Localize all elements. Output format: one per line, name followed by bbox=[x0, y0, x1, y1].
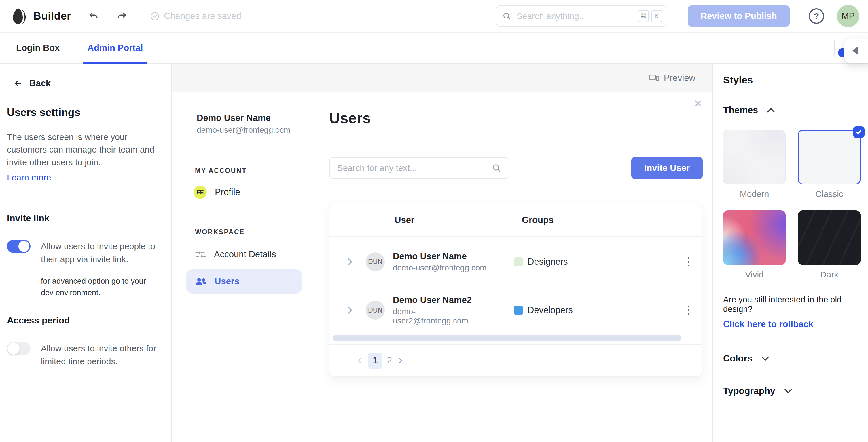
settings-sidebar: Back Users settings The users screen is … bbox=[0, 64, 172, 442]
admin-portal-preview: × Demo User Name demo-user@frontegg.com … bbox=[172, 92, 712, 442]
theme-label-modern: Modern bbox=[723, 189, 786, 199]
user-avatar[interactable]: MP bbox=[837, 5, 859, 27]
undo-button[interactable] bbox=[88, 10, 99, 22]
theme-option-modern[interactable] bbox=[723, 130, 786, 184]
table-header: User Groups bbox=[330, 204, 702, 237]
groups-cell: Designers bbox=[514, 257, 568, 267]
main-layout: Back Users settings The users screen is … bbox=[0, 64, 868, 442]
global-search[interactable]: ⌘ K bbox=[496, 5, 667, 27]
access-period-toggle[interactable] bbox=[7, 342, 31, 355]
user-email: demo-user2@frontegg.com bbox=[393, 307, 491, 326]
theme-option-dark[interactable] bbox=[798, 210, 861, 265]
chevron-down-icon bbox=[784, 388, 793, 394]
horizontal-scrollbar[interactable] bbox=[333, 335, 681, 341]
save-status-text: Changes are saved bbox=[164, 11, 241, 21]
styles-panel: Styles Themes Modern Classic Vivid bbox=[712, 64, 868, 442]
table-pagination: 1 2 bbox=[330, 344, 702, 376]
table-row[interactable]: DUN Demo User Name2 demo-user2@frontegg.… bbox=[330, 287, 702, 333]
rollback-question: Are you still interested in the old desi… bbox=[723, 295, 860, 314]
review-to-publish-button[interactable]: Review to Publish bbox=[688, 5, 790, 27]
toggle-knob bbox=[19, 241, 29, 252]
users-search[interactable] bbox=[329, 157, 508, 179]
close-icon[interactable]: × bbox=[694, 97, 702, 110]
invite-link-title: Invite link bbox=[7, 213, 164, 224]
group-name: Designers bbox=[528, 257, 568, 267]
chevron-left-icon bbox=[852, 46, 858, 55]
expand-row-icon[interactable] bbox=[346, 306, 354, 314]
users-search-input[interactable] bbox=[337, 163, 492, 173]
theme-option-vivid[interactable] bbox=[723, 210, 786, 265]
invite-link-note: for advanced option go to your dev envir… bbox=[41, 275, 156, 298]
my-account-section-label: MY ACCOUNT bbox=[195, 167, 302, 175]
nav-item-account-details[interactable]: Account Details bbox=[195, 249, 302, 260]
settings-description: The users screen is where your customers… bbox=[7, 131, 155, 169]
next-page-icon[interactable] bbox=[394, 357, 406, 364]
check-circle-icon bbox=[150, 11, 160, 21]
styles-title: Styles bbox=[723, 74, 860, 86]
back-button[interactable]: Back bbox=[13, 78, 164, 89]
group-color-swatch bbox=[514, 306, 523, 315]
invite-link-toggle[interactable] bbox=[7, 240, 31, 253]
user-cell: Demo User Name2 demo-user2@frontegg.com bbox=[393, 295, 491, 326]
collapse-panel-button[interactable] bbox=[844, 38, 868, 63]
users-controls: Invite User bbox=[329, 157, 703, 179]
themes-section-toggle[interactable]: Themes bbox=[723, 105, 860, 115]
themes-label: Themes bbox=[723, 105, 758, 115]
invite-link-setting: Allow users to invite people to their ap… bbox=[7, 240, 164, 266]
rollback-link[interactable]: Click here to rollback bbox=[723, 319, 813, 330]
page-number-1[interactable]: 1 bbox=[368, 352, 382, 369]
sliders-icon bbox=[195, 249, 207, 259]
row-avatar: DUN bbox=[366, 252, 385, 271]
search-icon bbox=[492, 163, 501, 173]
arrow-left-icon bbox=[13, 79, 23, 88]
users-icon bbox=[195, 276, 207, 286]
user-name: Demo User Name2 bbox=[393, 295, 491, 305]
profile-label: Profile bbox=[215, 187, 240, 197]
help-button[interactable]: ? bbox=[809, 8, 824, 24]
nav-item-profile[interactable]: FE Profile bbox=[193, 185, 302, 199]
theme-label-vivid: Vivid bbox=[723, 270, 786, 279]
app-title: Builder bbox=[33, 10, 71, 22]
users-nav-label: Users bbox=[215, 276, 239, 286]
learn-more-link[interactable]: Learn more bbox=[7, 173, 51, 182]
access-period-title: Access period bbox=[7, 315, 164, 326]
theme-option-classic[interactable] bbox=[798, 130, 861, 184]
theme-label-classic: Classic bbox=[798, 189, 861, 199]
page-number-2[interactable]: 2 bbox=[387, 355, 392, 366]
group-color-swatch bbox=[514, 257, 523, 267]
row-menu-icon[interactable] bbox=[685, 303, 692, 317]
colors-section-toggle[interactable]: Colors bbox=[723, 353, 860, 364]
header-divider bbox=[138, 7, 139, 25]
typography-label: Typography bbox=[723, 385, 775, 396]
nav-item-users[interactable]: Users bbox=[186, 269, 302, 294]
user-email: demo-user@frontegg.com bbox=[393, 263, 491, 273]
typography-section-toggle[interactable]: Typography bbox=[723, 385, 860, 396]
preview-button[interactable]: Preview bbox=[648, 73, 695, 83]
search-icon bbox=[502, 11, 512, 21]
row-menu-icon[interactable] bbox=[685, 255, 692, 269]
builder-tabbar: Login Box Admin Portal bbox=[0, 33, 868, 64]
tab-admin-portal[interactable]: Admin Portal bbox=[88, 33, 143, 63]
table-row[interactable]: DUN Demo User Name demo-user@frontegg.co… bbox=[330, 237, 702, 287]
chevron-up-icon bbox=[767, 107, 775, 113]
shortcut-cmd-key: ⌘ bbox=[638, 10, 649, 22]
shortcut-k-key: K bbox=[651, 10, 662, 22]
user-cell: Demo User Name demo-user@frontegg.com bbox=[393, 251, 491, 273]
preview-region: Preview × Demo User Name demo-user@front… bbox=[172, 64, 712, 442]
prev-page-icon[interactable] bbox=[354, 357, 366, 364]
users-table: User Groups DUN Demo User Name demo-user… bbox=[329, 204, 702, 377]
invite-user-button[interactable]: Invite User bbox=[631, 157, 703, 179]
global-search-input[interactable] bbox=[517, 11, 636, 21]
collapse-divider bbox=[834, 40, 835, 57]
account-details-label: Account Details bbox=[214, 249, 276, 260]
users-page: Users Invite User User Groups bbox=[329, 109, 703, 377]
colors-label: Colors bbox=[723, 353, 752, 364]
preview-label: Preview bbox=[664, 73, 695, 83]
profile-avatar: FE bbox=[193, 185, 207, 199]
header-right: ⌘ K Review to Publish ? MP bbox=[496, 5, 859, 27]
panel-divider bbox=[713, 343, 868, 343]
tab-login-box[interactable]: Login Box bbox=[16, 33, 60, 63]
expand-row-icon[interactable] bbox=[346, 258, 354, 266]
redo-button[interactable] bbox=[116, 10, 128, 22]
users-page-title: Users bbox=[329, 109, 703, 127]
